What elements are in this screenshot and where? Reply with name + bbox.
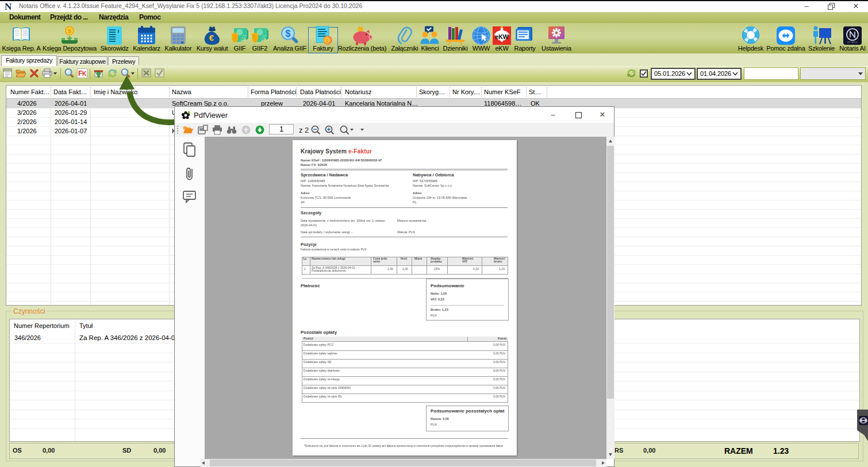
- svg-text:$: $: [286, 29, 291, 38]
- svg-text:S: S: [68, 28, 71, 34]
- svg-text:NOTARIS: NOTARIS: [847, 41, 858, 44]
- svg-text:eKW: eKW: [495, 33, 508, 40]
- svg-text:5: 5: [326, 38, 328, 43]
- svg-text:K: K: [82, 71, 87, 77]
- svg-text:€: €: [209, 33, 214, 43]
